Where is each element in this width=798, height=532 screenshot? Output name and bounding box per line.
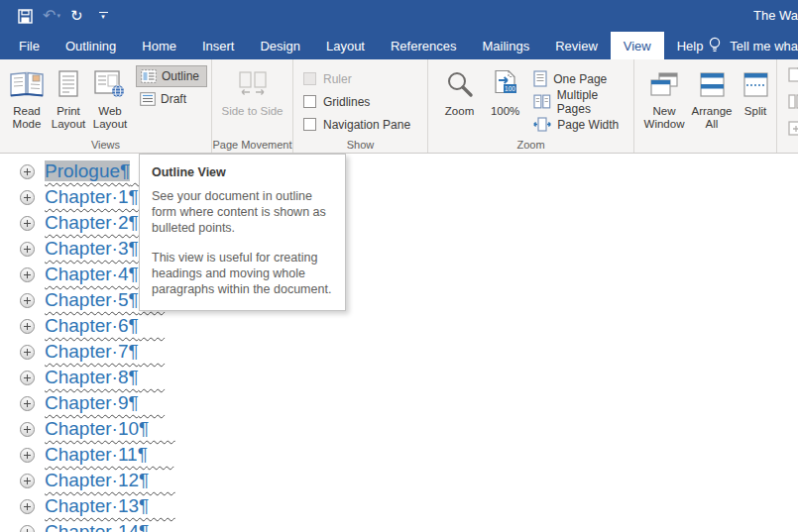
tab-layout[interactable]: Layout bbox=[313, 32, 378, 59]
outline-expand-icon[interactable] bbox=[20, 216, 35, 231]
tab-review[interactable]: Review bbox=[542, 32, 611, 59]
outline-row-chapter-12[interactable]: Chapter·12¶ bbox=[0, 468, 798, 493]
outline-row-chapter-13[interactable]: Chapter·13¶ bbox=[0, 493, 798, 519]
outline-row-chapter-6[interactable]: Chapter·6¶ bbox=[0, 313, 798, 339]
navigation-pane-checkbox-row[interactable]: Navigation Pane bbox=[303, 113, 427, 136]
outline-heading-text[interactable]: Chapter·8¶ bbox=[45, 367, 139, 387]
outline-row-chapter-2[interactable]: Chapter·2¶ bbox=[0, 210, 798, 236]
outline-heading[interactable]: Chapter·7¶ bbox=[45, 339, 165, 365]
outline-row-chapter-9[interactable]: Chapter·9¶ bbox=[0, 390, 798, 416]
synchronous-scrolling-icon[interactable] bbox=[788, 94, 798, 110]
side-to-side-label: Side to Side bbox=[221, 105, 283, 118]
tab-design[interactable]: Design bbox=[247, 32, 312, 59]
outline-heading[interactable]: Chapter·8¶ bbox=[45, 365, 165, 390]
outline-heading-text[interactable]: Chapter·13¶ bbox=[45, 495, 149, 516]
outline-expand-icon[interactable] bbox=[20, 499, 35, 514]
group-page-movement: Side to Side Page Movement bbox=[212, 59, 293, 153]
outline-heading[interactable]: Chapter·6¶ bbox=[45, 313, 165, 339]
outline-heading-text[interactable]: Chapter·7¶ bbox=[45, 341, 139, 362]
tab-mailings[interactable]: Mailings bbox=[469, 32, 542, 59]
outline-expand-icon[interactable] bbox=[20, 422, 35, 437]
outline-heading-text[interactable]: Chapter·12¶ bbox=[45, 470, 149, 490]
multiple-pages-button[interactable]: Multiple Pages bbox=[533, 90, 633, 113]
outline-row-chapter-4[interactable]: Chapter·4¶ bbox=[0, 262, 798, 287]
tab-outlining[interactable]: Outlining bbox=[53, 32, 129, 59]
tab-home[interactable]: Home bbox=[129, 32, 189, 59]
split-button[interactable]: Split bbox=[736, 63, 775, 153]
tab-references[interactable]: References bbox=[378, 32, 469, 59]
outline-expand-icon[interactable] bbox=[20, 345, 35, 360]
outline-expand-icon[interactable] bbox=[20, 164, 35, 179]
outline-expand-icon[interactable] bbox=[20, 474, 35, 488]
outline-heading-text[interactable]: Chapter·10¶ bbox=[45, 418, 149, 439]
outline-button[interactable]: Outline bbox=[136, 65, 207, 87]
outline-heading-text[interactable]: Chapter·1¶ bbox=[45, 186, 139, 207]
gridlines-checkbox[interactable] bbox=[303, 95, 316, 108]
side-to-side-icon bbox=[238, 71, 268, 97]
outline-row-chapter-14[interactable]: Chapter·14¶ bbox=[0, 519, 798, 532]
outline-row-chapter-11[interactable]: Chapter·11¶ bbox=[0, 442, 798, 468]
outline-heading[interactable]: Chapter·12¶ bbox=[45, 468, 175, 493]
outline-row-chapter-5[interactable]: Chapter·5¶ bbox=[0, 287, 798, 313]
outline-heading-text[interactable]: Chapter·11¶ bbox=[45, 444, 148, 465]
outline-row-chapter-1[interactable]: Chapter·1¶ bbox=[0, 184, 798, 210]
outline-heading-text[interactable]: Chapter·14¶ bbox=[45, 521, 149, 532]
outline-heading[interactable]: Chapter·13¶ bbox=[45, 493, 175, 519]
tab-label: Design bbox=[260, 39, 299, 53]
outline-heading[interactable]: Chapter·14¶ bbox=[45, 519, 175, 532]
tab-view[interactable]: View bbox=[611, 32, 664, 59]
outline-heading-text[interactable]: Chapter·9¶ bbox=[45, 392, 139, 413]
show-group-label: Show bbox=[293, 139, 427, 151]
outline-expand-icon[interactable] bbox=[20, 190, 35, 205]
outline-view-tooltip: Outline View See your document in outlin… bbox=[139, 154, 346, 311]
outline-underline-extension bbox=[149, 521, 174, 532]
split-icon bbox=[743, 72, 768, 97]
outline-heading-text[interactable]: Prologue¶ bbox=[45, 160, 130, 181]
outline-heading-text[interactable]: Chapter·5¶ bbox=[45, 289, 139, 310]
page-width-button[interactable]: Page Width bbox=[533, 113, 633, 136]
draft-button[interactable]: Draft bbox=[136, 89, 207, 109]
undo-dropdown-icon[interactable]: ▾ bbox=[57, 11, 60, 21]
outline-heading-text[interactable]: Chapter·2¶ bbox=[45, 212, 139, 233]
outline-expand-icon[interactable] bbox=[20, 525, 35, 532]
outline-expand-icon[interactable] bbox=[20, 371, 35, 385]
outline-heading[interactable]: Chapter·11¶ bbox=[45, 442, 173, 468]
new-window-button[interactable]: New Window bbox=[640, 63, 688, 153]
tell-me-box[interactable]: Tell me wha bbox=[692, 37, 798, 54]
outline-expand-icon[interactable] bbox=[20, 293, 35, 308]
outline-expand-icon[interactable] bbox=[20, 319, 35, 334]
read-mode-icon bbox=[9, 71, 45, 98]
outline-row-prologue[interactable]: Prologue¶ bbox=[0, 159, 798, 184]
outline-heading[interactable]: Chapter·10¶ bbox=[45, 416, 175, 442]
document-canvas[interactable]: Prologue¶ Chapter·1¶ Chapter·2¶ Chapter·… bbox=[0, 155, 798, 532]
undo-button[interactable]: ↶ ▾ bbox=[43, 8, 60, 24]
navigation-pane-checkbox[interactable] bbox=[303, 118, 316, 131]
outline-expand-icon[interactable] bbox=[20, 448, 35, 463]
arrange-all-button[interactable]: Arrange All bbox=[688, 63, 736, 153]
outline-heading-text[interactable]: Chapter·3¶ bbox=[45, 238, 139, 259]
outline-heading-text[interactable]: Chapter·6¶ bbox=[45, 315, 139, 336]
outline-row-chapter-8[interactable]: Chapter·8¶ bbox=[0, 365, 798, 390]
outline-row-chapter-7[interactable]: Chapter·7¶ bbox=[0, 339, 798, 365]
view-side-by-side-icon[interactable] bbox=[788, 67, 798, 83]
tab-insert[interactable]: Insert bbox=[189, 32, 248, 59]
outline-expand-icon[interactable] bbox=[20, 396, 35, 411]
group-window: New Window Arrange All bbox=[634, 59, 777, 153]
outline-row-chapter-3[interactable]: Chapter·3¶ bbox=[0, 236, 798, 262]
save-icon[interactable] bbox=[18, 9, 33, 24]
redo-button[interactable]: ↻ bbox=[70, 8, 83, 24]
outline-heading-text[interactable]: Chapter·4¶ bbox=[45, 264, 139, 284]
multiple-pages-icon bbox=[533, 94, 551, 109]
tab-label: Outlining bbox=[65, 39, 116, 53]
outline-expand-icon[interactable] bbox=[20, 267, 35, 282]
reset-window-position-icon[interactable] bbox=[788, 121, 798, 137]
zoom-100-icon: 100 bbox=[492, 69, 519, 99]
customize-quick-access-button[interactable]: ▾ bbox=[99, 12, 108, 20]
outline-underline-extension bbox=[149, 470, 174, 490]
outline-row-chapter-10[interactable]: Chapter·10¶ bbox=[0, 416, 798, 442]
gridlines-checkbox-row[interactable]: Gridlines bbox=[303, 90, 427, 113]
outline-expand-icon[interactable] bbox=[20, 242, 35, 257]
outline-heading[interactable]: Chapter·9¶ bbox=[45, 390, 165, 416]
tab-file[interactable]: File bbox=[6, 32, 53, 59]
tooltip-title: Outline View bbox=[152, 165, 333, 179]
